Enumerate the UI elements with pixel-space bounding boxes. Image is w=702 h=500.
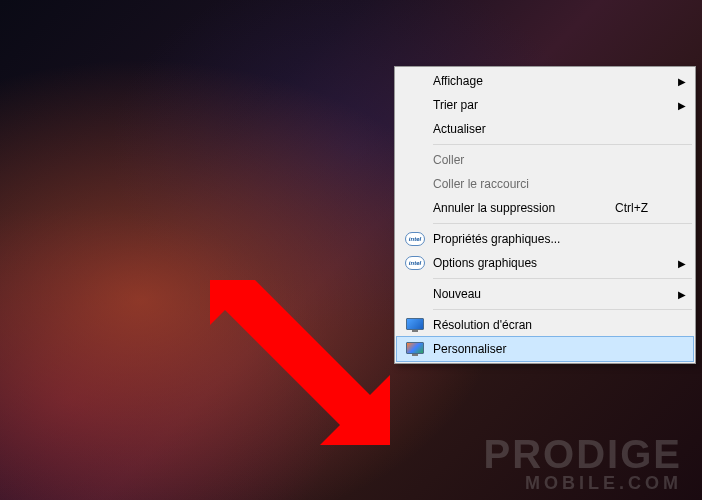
menu-item-resolution-ecran[interactable]: Résolution d'écran [397, 313, 693, 337]
intel-icon: intel [405, 232, 425, 246]
submenu-arrow-icon: ▶ [675, 100, 689, 111]
menu-label: Annuler la suppression [433, 201, 615, 215]
menu-item-coller-raccourci: Coller le raccourci [397, 172, 693, 196]
menu-item-actualiser[interactable]: Actualiser [397, 117, 693, 141]
menu-label: Personnaliser [433, 342, 675, 356]
icon-slot [397, 313, 433, 337]
menu-shortcut: Ctrl+Z [615, 201, 675, 215]
desktop-context-menu: Affichage ▶ Trier par ▶ Actualiser Colle… [394, 66, 696, 364]
watermark: PRODIGE MOBILE.COM [484, 434, 682, 492]
menu-label: Coller le raccourci [433, 177, 675, 191]
menu-item-coller: Coller [397, 148, 693, 172]
icon-slot [397, 93, 433, 117]
menu-label: Nouveau [433, 287, 675, 301]
menu-item-options-graphiques[interactable]: intel Options graphiques ▶ [397, 251, 693, 275]
menu-separator [433, 309, 692, 310]
icon-slot [397, 282, 433, 306]
watermark-line2: MOBILE.COM [484, 474, 682, 492]
watermark-line1: PRODIGE [484, 434, 682, 474]
menu-item-trier-par[interactable]: Trier par ▶ [397, 93, 693, 117]
icon-slot [397, 148, 433, 172]
menu-separator [433, 278, 692, 279]
menu-label: Trier par [433, 98, 675, 112]
menu-label: Coller [433, 153, 675, 167]
icon-slot [397, 69, 433, 93]
submenu-arrow-icon: ▶ [675, 76, 689, 87]
icon-slot: intel [397, 251, 433, 275]
menu-item-annuler-suppression[interactable]: Annuler la suppression Ctrl+Z [397, 196, 693, 220]
icon-slot [397, 172, 433, 196]
menu-label: Résolution d'écran [433, 318, 675, 332]
menu-label: Affichage [433, 74, 675, 88]
menu-item-affichage[interactable]: Affichage ▶ [397, 69, 693, 93]
menu-separator [433, 223, 692, 224]
submenu-arrow-icon: ▶ [675, 289, 689, 300]
intel-icon: intel [405, 256, 425, 270]
menu-label: Propriétés graphiques... [433, 232, 675, 246]
icon-slot [397, 337, 433, 361]
icon-slot [397, 117, 433, 141]
icon-slot [397, 196, 433, 220]
monitor-icon [406, 318, 424, 332]
submenu-arrow-icon: ▶ [675, 258, 689, 269]
menu-item-nouveau[interactable]: Nouveau ▶ [397, 282, 693, 306]
icon-slot: intel [397, 227, 433, 251]
personalize-icon [406, 342, 424, 356]
menu-separator [433, 144, 692, 145]
menu-label: Options graphiques [433, 256, 675, 270]
menu-label: Actualiser [433, 122, 675, 136]
menu-item-personnaliser[interactable]: Personnaliser [396, 336, 694, 362]
menu-item-proprietes-graphiques[interactable]: intel Propriétés graphiques... [397, 227, 693, 251]
